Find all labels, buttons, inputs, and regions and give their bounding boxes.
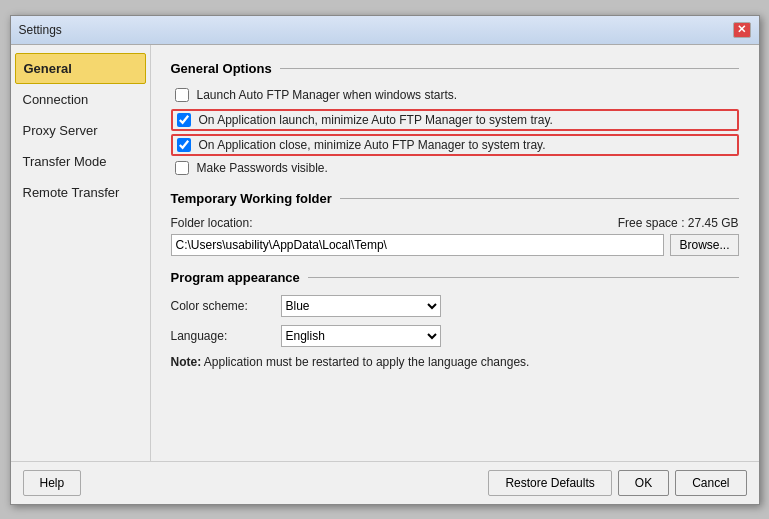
minimize-close-row: On Application close, minimize Auto FTP …	[171, 134, 739, 156]
main-panel: General Options Launch Auto FTP Manager …	[151, 45, 759, 461]
temp-folder-divider-line	[340, 198, 739, 199]
note-text: Note: Application must be restarted to a…	[171, 355, 739, 369]
folder-label-row: Folder location: Free space : 27.45 GB	[171, 216, 739, 230]
appearance-divider: Program appearance	[171, 270, 739, 285]
settings-window: Settings ✕ GeneralConnectionProxy Server…	[10, 15, 760, 505]
color-scheme-select[interactable]: Blue Silver Green Dark	[281, 295, 441, 317]
launch-auto-label: Launch Auto FTP Manager when windows sta…	[197, 88, 458, 102]
language-label: Language:	[171, 329, 281, 343]
ok-button[interactable]: OK	[618, 470, 669, 496]
restore-defaults-button[interactable]: Restore Defaults	[488, 470, 611, 496]
launch-auto-row: Launch Auto FTP Manager when windows sta…	[171, 86, 739, 104]
footer: Help Restore Defaults OK Cancel	[11, 461, 759, 504]
section-divider-line	[280, 68, 739, 69]
browse-button[interactable]: Browse...	[670, 234, 738, 256]
launch-auto-checkbox[interactable]	[175, 88, 189, 102]
content-area: GeneralConnectionProxy ServerTransfer Mo…	[11, 45, 759, 461]
folder-location-label: Folder location:	[171, 216, 253, 230]
note-content: Application must be restarted to apply t…	[204, 355, 530, 369]
language-row: Language: English Spanish French German	[171, 325, 739, 347]
make-passwords-label: Make Passwords visible.	[197, 161, 328, 175]
sidebar-item-proxy-server[interactable]: Proxy Server	[11, 115, 150, 146]
sidebar-item-connection[interactable]: Connection	[11, 84, 150, 115]
color-scheme-row: Color scheme: Blue Silver Green Dark	[171, 295, 739, 317]
sidebar-item-general[interactable]: General	[15, 53, 146, 84]
sidebar-item-transfer-mode[interactable]: Transfer Mode	[11, 146, 150, 177]
general-options-section: General Options	[171, 61, 739, 76]
minimize-close-label: On Application close, minimize Auto FTP …	[199, 138, 546, 152]
make-passwords-checkbox[interactable]	[175, 161, 189, 175]
minimize-launch-label: On Application launch, minimize Auto FTP…	[199, 113, 553, 127]
minimize-close-checkbox[interactable]	[177, 138, 191, 152]
temp-folder-section: Temporary Working folder Folder location…	[171, 191, 739, 256]
free-space-label: Free space : 27.45 GB	[618, 216, 739, 230]
footer-left: Help	[23, 470, 82, 496]
minimize-launch-row: On Application launch, minimize Auto FTP…	[171, 109, 739, 131]
general-options-title: General Options	[171, 61, 272, 76]
appearance-divider-line	[308, 277, 739, 278]
temp-folder-divider: Temporary Working folder	[171, 191, 739, 206]
folder-input-row: Browse...	[171, 234, 739, 256]
help-button[interactable]: Help	[23, 470, 82, 496]
footer-right: Restore Defaults OK Cancel	[81, 470, 746, 496]
sidebar-item-remote-transfer[interactable]: Remote Transfer	[11, 177, 150, 208]
cancel-button[interactable]: Cancel	[675, 470, 746, 496]
note-label: Note:	[171, 355, 202, 369]
make-passwords-row: Make Passwords visible.	[171, 159, 739, 177]
language-select[interactable]: English Spanish French German	[281, 325, 441, 347]
folder-path-input[interactable]	[171, 234, 665, 256]
title-bar: Settings ✕	[11, 16, 759, 45]
window-title: Settings	[19, 23, 62, 37]
temp-folder-title: Temporary Working folder	[171, 191, 332, 206]
appearance-section: Program appearance Color scheme: Blue Si…	[171, 270, 739, 369]
appearance-title: Program appearance	[171, 270, 300, 285]
close-button[interactable]: ✕	[733, 22, 751, 38]
sidebar: GeneralConnectionProxy ServerTransfer Mo…	[11, 45, 151, 461]
color-scheme-label: Color scheme:	[171, 299, 281, 313]
minimize-launch-checkbox[interactable]	[177, 113, 191, 127]
